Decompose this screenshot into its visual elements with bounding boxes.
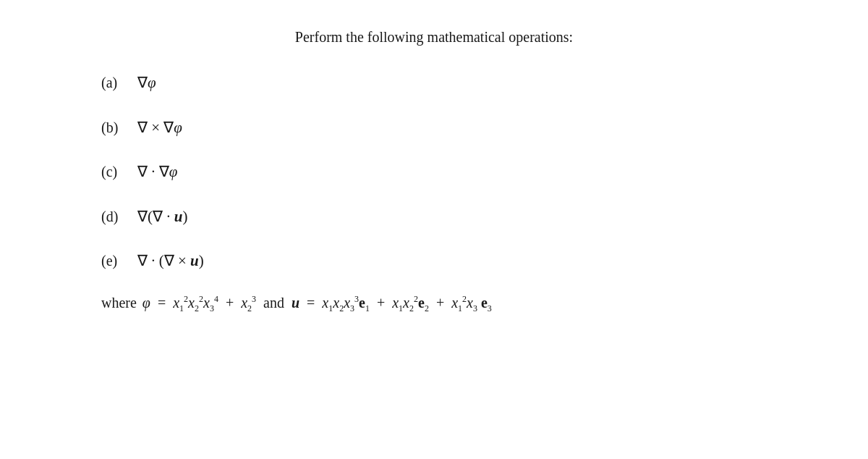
label-b: (b) bbox=[101, 117, 137, 138]
phi-definition: φ = x12x22x34 + x23 bbox=[142, 295, 256, 311]
title-text: Perform the following mathematical opera… bbox=[295, 29, 573, 45]
problems-section: (a) ∇φ (b) ∇ × ∇φ (c) ∇ · ∇φ (d) ∇(∇ · u… bbox=[43, 72, 825, 273]
page-title: Perform the following mathematical opera… bbox=[43, 29, 825, 46]
label-c: (c) bbox=[101, 161, 137, 182]
problem-a: (a) ∇φ bbox=[101, 72, 825, 95]
where-row: where φ = x12x22x34 + x23 and u = x1x2x3… bbox=[43, 295, 825, 311]
label-d: (d) bbox=[101, 206, 137, 227]
problem-e: (e) ∇ · (∇ × u) bbox=[101, 250, 825, 273]
where-label: where bbox=[101, 295, 137, 311]
content-d: ∇(∇ · u) bbox=[137, 206, 187, 229]
problem-b: (b) ∇ × ∇φ bbox=[101, 117, 825, 140]
label-a: (a) bbox=[101, 72, 137, 93]
and-word: and bbox=[263, 295, 284, 311]
u-definition: u = x1x2x33e1 + x1x22e2 + x12x3 e3 bbox=[292, 295, 492, 311]
label-e: (e) bbox=[101, 250, 137, 271]
problem-c: (c) ∇ · ∇φ bbox=[101, 161, 825, 184]
page-container: Perform the following mathematical opera… bbox=[0, 0, 868, 459]
content-b: ∇ × ∇φ bbox=[137, 117, 182, 140]
content-c: ∇ · ∇φ bbox=[137, 161, 177, 184]
problem-d: (d) ∇(∇ · u) bbox=[101, 206, 825, 229]
content-e: ∇ · (∇ × u) bbox=[137, 250, 204, 273]
content-a: ∇φ bbox=[137, 72, 156, 95]
